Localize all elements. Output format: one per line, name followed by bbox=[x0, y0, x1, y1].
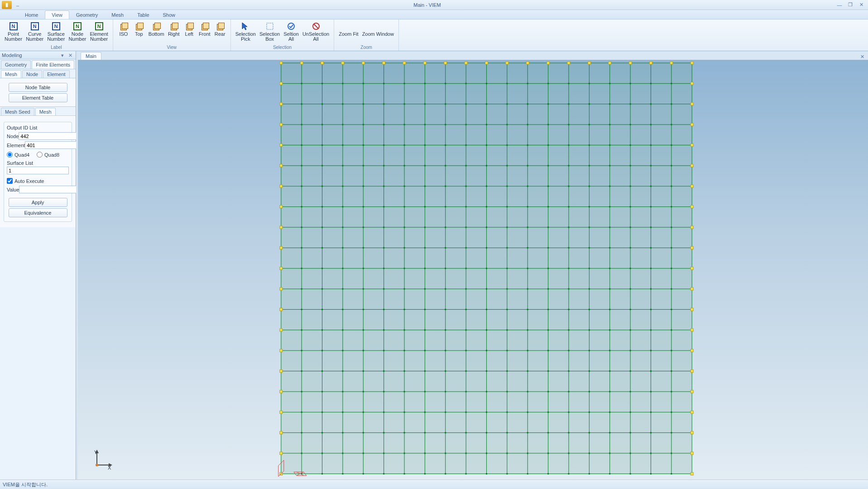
svg-rect-387 bbox=[609, 144, 610, 146]
tab-view[interactable]: View bbox=[45, 10, 69, 19]
view-tab-strip: Main ✕ bbox=[78, 51, 868, 60]
svg-rect-344 bbox=[568, 124, 569, 125]
svg-rect-288 bbox=[506, 268, 508, 269]
svg-rect-328 bbox=[547, 226, 549, 228]
viewport[interactable]: Y X bbox=[78, 60, 868, 479]
svg-rect-364 bbox=[589, 103, 590, 105]
panel-close-icon[interactable]: ✕ bbox=[68, 53, 74, 58]
svg-rect-150 bbox=[363, 453, 364, 454]
quad8-radio[interactable]: Quad8 bbox=[37, 152, 59, 158]
right-button[interactable]: Right bbox=[166, 20, 182, 44]
selection-pick-button[interactable]: SelectionPick bbox=[234, 20, 258, 44]
quad8-radio-input[interactable] bbox=[37, 152, 43, 158]
left-button[interactable]: Left bbox=[182, 20, 197, 44]
quad4-radio-input[interactable] bbox=[7, 152, 13, 158]
inner-tab-node[interactable]: Node bbox=[22, 70, 42, 78]
svg-rect-295 bbox=[506, 412, 508, 413]
node-table-button[interactable]: Node Table bbox=[9, 83, 67, 92]
equivalence-button[interactable]: Equivalence bbox=[9, 208, 67, 217]
maximize-button[interactable]: ❐ bbox=[845, 1, 855, 9]
svg-rect-76 bbox=[301, 226, 302, 228]
surface-list-input[interactable] bbox=[7, 167, 69, 174]
svg-rect-199 bbox=[424, 165, 426, 166]
qat-dropdown-icon[interactable]: – bbox=[16, 3, 21, 7]
unselection-all-button[interactable]: UnSelectionAll bbox=[301, 20, 331, 44]
view-close-icon[interactable]: ✕ bbox=[858, 54, 866, 60]
svg-rect-515 bbox=[280, 144, 283, 146]
curve-number-button[interactable]: NCurveNumber bbox=[24, 20, 45, 44]
value-input[interactable] bbox=[19, 186, 85, 193]
svg-rect-265 bbox=[486, 226, 487, 228]
svg-rect-97 bbox=[321, 226, 323, 228]
element-table-button[interactable]: Element Table bbox=[9, 93, 67, 102]
tab-mesh[interactable]: Mesh bbox=[105, 10, 130, 19]
bottom-button[interactable]: Bottom bbox=[147, 20, 166, 44]
svg-rect-231 bbox=[445, 391, 446, 392]
selection-box-button[interactable]: SelectionBox bbox=[258, 20, 282, 44]
subtab-mesh-seed[interactable]: Mesh Seed bbox=[1, 108, 34, 115]
apply-button[interactable]: Apply bbox=[9, 198, 67, 207]
group-label-selection: Selection bbox=[234, 44, 331, 51]
svg-rect-430 bbox=[650, 165, 652, 166]
svg-rect-312 bbox=[527, 329, 528, 331]
svg-rect-519 bbox=[280, 185, 283, 187]
surface-number-button[interactable]: NSurfaceNumber bbox=[45, 20, 67, 44]
tab-geometry[interactable]: Geometry bbox=[69, 10, 105, 19]
panel-tab-finite-elements[interactable]: Finite Elements bbox=[32, 60, 74, 69]
svg-rect-108 bbox=[321, 453, 323, 454]
svg-rect-174 bbox=[404, 83, 405, 84]
auto-execute-checkbox[interactable] bbox=[7, 178, 13, 184]
zoom-fit-button[interactable]: Zoom Fit bbox=[337, 20, 360, 44]
svg-rect-389 bbox=[609, 186, 610, 187]
inner-tab-element[interactable]: Element bbox=[43, 70, 69, 78]
svg-rect-426 bbox=[650, 83, 652, 84]
tab-table[interactable]: Table bbox=[130, 10, 156, 19]
subtab-mesh[interactable]: Mesh bbox=[35, 108, 56, 115]
node-number-button[interactable]: NNodeNumber bbox=[67, 20, 88, 44]
close-button[interactable]: ✕ bbox=[856, 1, 866, 9]
svg-rect-73 bbox=[301, 165, 302, 166]
svg-rect-409 bbox=[630, 165, 631, 166]
tab-home[interactable]: Home bbox=[18, 10, 45, 19]
window-title: Main - VIEM bbox=[21, 2, 834, 8]
quad4-radio[interactable]: Quad4 bbox=[7, 152, 29, 158]
minimize-button[interactable]: — bbox=[834, 1, 844, 9]
svg-rect-113 bbox=[342, 124, 343, 125]
panel-dropdown-icon[interactable]: ▾ bbox=[61, 53, 67, 58]
front-button[interactable]: Front bbox=[197, 20, 212, 44]
svg-rect-529 bbox=[280, 288, 283, 290]
svg-rect-491 bbox=[341, 62, 344, 64]
selection-all-button[interactable]: SeltionAll bbox=[282, 20, 301, 44]
svg-rect-388 bbox=[609, 165, 610, 166]
svg-rect-460 bbox=[671, 350, 672, 351]
top-button[interactable]: Top bbox=[131, 20, 147, 44]
rear-button[interactable]: Rear bbox=[212, 20, 228, 44]
svg-rect-513 bbox=[280, 123, 283, 126]
node-input[interactable] bbox=[19, 132, 85, 140]
box-select-icon bbox=[265, 21, 275, 31]
cube-icon bbox=[170, 22, 178, 30]
inner-tab-mesh[interactable]: Mesh bbox=[1, 70, 21, 78]
svg-rect-536 bbox=[691, 349, 693, 352]
panel-tab-geometry[interactable]: Geometry bbox=[1, 60, 31, 69]
svg-rect-528 bbox=[691, 267, 693, 270]
svg-rect-457 bbox=[671, 288, 672, 290]
point-number-button[interactable]: NPointNumber bbox=[3, 20, 24, 44]
svg-rect-188 bbox=[404, 370, 405, 372]
svg-rect-411 bbox=[630, 206, 631, 207]
tab-show[interactable]: Show bbox=[156, 10, 182, 19]
view-tab-main[interactable]: Main bbox=[81, 52, 101, 60]
svg-rect-522 bbox=[691, 206, 693, 208]
svg-rect-371 bbox=[589, 247, 590, 249]
svg-rect-122 bbox=[342, 309, 343, 310]
svg-rect-81 bbox=[301, 329, 302, 331]
iso-button[interactable]: ISO bbox=[116, 20, 131, 44]
svg-rect-137 bbox=[363, 186, 364, 187]
svg-rect-233 bbox=[445, 432, 446, 433]
zoom-window-button[interactable]: Zoom Window bbox=[360, 20, 396, 44]
element-number-button[interactable]: NElementNumber bbox=[88, 20, 110, 44]
svg-rect-306 bbox=[527, 206, 528, 207]
group-label-zoom: Zoom bbox=[337, 44, 396, 51]
svg-rect-190 bbox=[404, 412, 405, 413]
cursor-icon bbox=[240, 21, 250, 31]
